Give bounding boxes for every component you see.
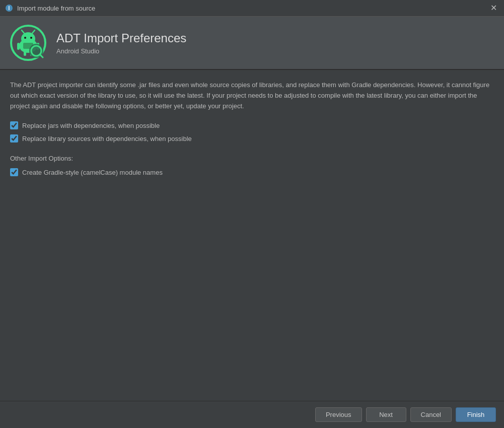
finish-button[interactable]: Finish	[456, 407, 496, 422]
svg-line-16	[40, 54, 43, 57]
svg-line-8	[32, 30, 35, 33]
svg-rect-11	[24, 51, 26, 56]
checkbox-gradle-style-label: Create Gradle-style (camelCase) module n…	[22, 169, 163, 176]
window-icon: I	[5, 4, 13, 12]
svg-text:I: I	[9, 6, 10, 11]
previous-button[interactable]: Previous	[315, 407, 362, 422]
dialog-footer: Previous Next Cancel Finish	[0, 401, 504, 428]
other-options-section: Other Import Options: Create Gradle-styl…	[10, 155, 494, 176]
description-text: The ADT project importer can identify so…	[10, 80, 494, 111]
other-checkboxes: Create Gradle-style (camelCase) module n…	[10, 168, 494, 176]
header-text: ADT Import Preferences Android Studio	[56, 31, 186, 55]
header-title: ADT Import Preferences	[56, 31, 186, 45]
header-subtitle: Android Studio	[56, 47, 186, 55]
android-studio-logo	[10, 25, 46, 61]
svg-rect-9	[17, 43, 20, 50]
close-button[interactable]: ✕	[488, 3, 499, 13]
window-title: Import module from source	[17, 5, 95, 12]
checkbox-replace-library-input[interactable]	[10, 134, 18, 142]
svg-line-7	[22, 30, 24, 33]
dialog-header: ADT Import Preferences Android Studio	[0, 17, 504, 70]
other-options-label: Other Import Options:	[10, 155, 494, 162]
checkbox-gradle-style[interactable]: Create Gradle-style (camelCase) module n…	[10, 168, 494, 176]
checkbox-replace-library[interactable]: Replace library sources with dependencie…	[10, 134, 494, 142]
main-checkboxes: Replace jars with dependencies, when pos…	[10, 121, 494, 142]
checkbox-gradle-style-input[interactable]	[10, 168, 18, 176]
checkbox-replace-jars[interactable]: Replace jars with dependencies, when pos…	[10, 121, 494, 129]
title-bar-left: I Import module from source	[5, 4, 95, 12]
checkbox-replace-library-label: Replace library sources with dependencie…	[22, 135, 192, 142]
next-button[interactable]: Next	[366, 407, 406, 422]
checkbox-replace-jars-input[interactable]	[10, 121, 18, 129]
svg-point-5	[24, 37, 26, 39]
main-content: The ADT project importer can identify so…	[0, 70, 504, 401]
svg-point-6	[30, 37, 32, 39]
cancel-button[interactable]: Cancel	[410, 407, 452, 422]
title-bar: I Import module from source ✕	[0, 0, 504, 17]
checkbox-replace-jars-label: Replace jars with dependencies, when pos…	[22, 122, 160, 129]
